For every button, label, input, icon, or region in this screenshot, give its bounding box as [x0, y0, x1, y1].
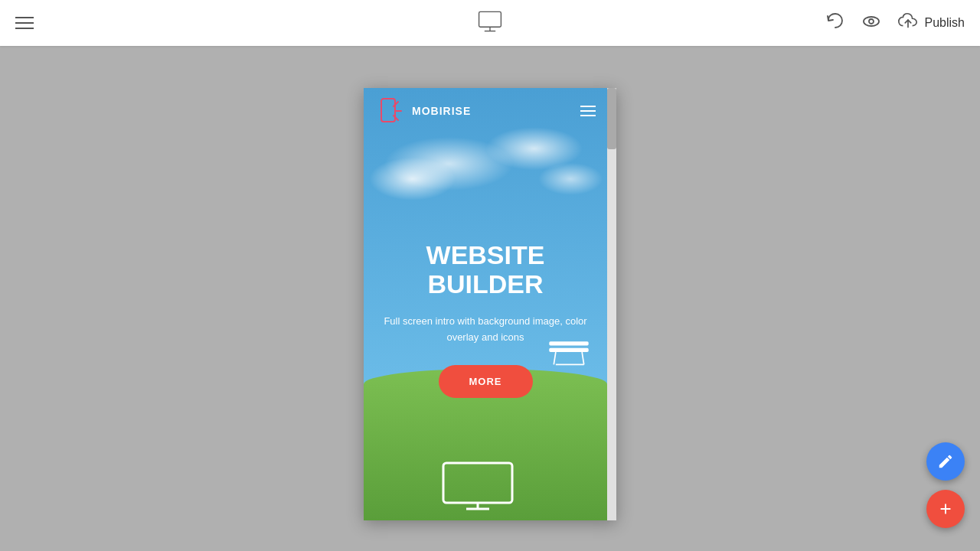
bench-illustration — [546, 338, 592, 369]
preview-hero-title: WEBSITE BUILDER — [379, 241, 592, 298]
svg-rect-6 — [381, 99, 395, 122]
preview-logo: MOBIRISE — [375, 96, 471, 126]
preview-eye-icon[interactable] — [861, 11, 882, 35]
preview-hero: MOBIRISE WEBSITE BUILDER Full screen int… — [364, 88, 607, 520]
canvas: MOBIRISE WEBSITE BUILDER Full screen int… — [0, 46, 980, 551]
cloud-upload-icon — [897, 11, 919, 35]
preview-nav: MOBIRISE — [364, 88, 607, 134]
svg-point-3 — [864, 17, 879, 26]
toolbar-right: Publish — [824, 11, 965, 35]
fab-container — [926, 442, 965, 528]
publish-button[interactable]: Publish — [897, 11, 965, 35]
preview-hero-content: WEBSITE BUILDER Full screen intro with b… — [379, 241, 592, 397]
preview-logo-text: MOBIRISE — [412, 105, 471, 117]
menu-icon[interactable] — [15, 17, 34, 29]
svg-point-4 — [869, 19, 874, 24]
add-fab-button[interactable] — [926, 490, 965, 528]
preview-content: MOBIRISE WEBSITE BUILDER Full screen int… — [364, 88, 607, 520]
preview-scrollbar-thumb[interactable] — [607, 88, 616, 149]
undo-icon[interactable] — [824, 11, 845, 35]
svg-line-13 — [582, 352, 584, 364]
publish-label: Publish — [925, 16, 965, 30]
svg-rect-10 — [549, 348, 588, 352]
preview-menu-icon — [580, 106, 596, 116]
toolbar: Publish — [0, 0, 980, 46]
preview-scrollbar[interactable] — [607, 88, 616, 520]
edit-fab-button[interactable] — [926, 442, 965, 481]
toolbar-left — [15, 17, 34, 29]
svg-rect-11 — [549, 342, 588, 346]
svg-rect-0 — [479, 11, 501, 27]
mobile-preview-frame: MOBIRISE WEBSITE BUILDER Full screen int… — [364, 88, 616, 520]
svg-line-12 — [554, 352, 556, 364]
toolbar-center — [476, 8, 504, 38]
preview-more-button[interactable]: MORE — [439, 365, 533, 398]
monitor-icon[interactable] — [476, 8, 504, 38]
svg-rect-15 — [443, 463, 512, 503]
